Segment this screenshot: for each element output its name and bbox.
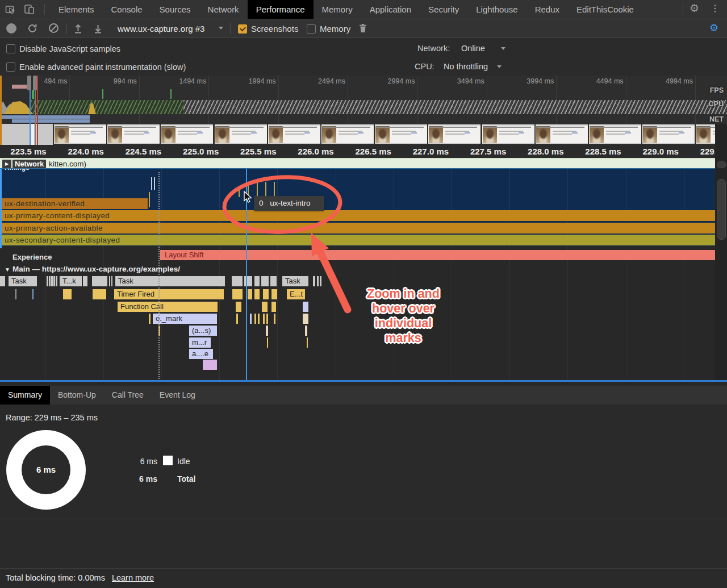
flame-bar[interactable]	[263, 314, 265, 324]
paint-instrumentation-checkbox[interactable]	[6, 62, 15, 72]
timing-mark[interactable]	[151, 177, 152, 190]
flame-bar[interactable]	[266, 314, 268, 324]
flame-bar[interactable]	[92, 276, 107, 286]
tab-sources[interactable]: Sources	[151, 0, 199, 19]
profile-dropdown-caret[interactable]	[219, 27, 223, 30]
flame-bar-task[interactable]: Task	[115, 276, 225, 286]
flame-bar--a-s-[interactable]: (a...s)	[189, 326, 217, 336]
flame-bar[interactable]	[307, 337, 308, 348]
network-throttle-caret[interactable]	[501, 47, 505, 50]
profile-title[interactable]: www.ux-capture.org #3	[118, 24, 204, 34]
screenshot-frame[interactable]	[642, 124, 695, 144]
flame-bar-m-r[interactable]: m...r	[189, 337, 211, 348]
cpu-throttle-caret[interactable]	[497, 65, 502, 68]
timing-mark[interactable]	[274, 182, 275, 196]
flame-bar[interactable]	[250, 314, 252, 324]
flame-bar[interactable]	[15, 289, 16, 299]
flame-bar-a-e[interactable]: a....e	[189, 349, 213, 359]
flame-bar[interactable]	[313, 276, 315, 286]
timing-mark[interactable]	[265, 182, 266, 196]
flame-bar[interactable]	[203, 360, 217, 370]
flame-bar[interactable]	[248, 289, 252, 299]
clear-button[interactable]	[49, 23, 59, 33]
vertical-scrollbar[interactable]	[717, 179, 726, 240]
flame-bar[interactable]	[263, 289, 269, 299]
device-toolbar-icon[interactable]	[24, 4, 35, 15]
tab-console[interactable]: Console	[103, 0, 151, 19]
tab-security[interactable]: Security	[420, 0, 467, 19]
flame-bar[interactable]	[63, 289, 72, 299]
tab-performance[interactable]: Performance	[248, 0, 314, 19]
flame-bar[interactable]	[270, 276, 277, 286]
flame-bar-task[interactable]: Task	[282, 276, 308, 286]
flame-bar[interactable]	[254, 276, 260, 286]
timings-track[interactable]: Timings ux-destination-verifiedux-primar…	[0, 169, 727, 246]
flame-bar[interactable]	[0, 276, 5, 286]
timeline-overview[interactable]: 494 ms994 ms1494 ms1994 ms2494 ms2994 ms…	[0, 76, 727, 124]
timing-bar[interactable]: ux-secondary-content-displayed	[0, 235, 715, 245]
screenshot-frame[interactable]	[268, 124, 320, 144]
timing-mark[interactable]	[149, 192, 150, 207]
reload-button[interactable]	[27, 23, 37, 34]
timing-mark[interactable]	[154, 177, 155, 190]
flame-bar[interactable]	[56, 276, 57, 286]
settings-gear-icon[interactable]: ⚙	[690, 2, 699, 15]
flame-bar[interactable]	[267, 337, 268, 348]
flame-bar[interactable]	[266, 326, 268, 336]
flame-bar[interactable]	[109, 276, 110, 286]
tab-memory[interactable]: Memory	[314, 0, 361, 19]
flame-bar-e-t[interactable]: E...t	[287, 289, 305, 299]
details-tab-event-log[interactable]: Event Log	[152, 386, 203, 404]
screenshot-frame[interactable]	[536, 124, 588, 144]
save-profile-icon[interactable]	[93, 23, 103, 34]
flame-bar[interactable]	[254, 289, 260, 299]
window-handle-right[interactable]	[33, 76, 37, 90]
details-tab-bottom-up[interactable]: Bottom-Up	[50, 386, 104, 404]
screenshot-frame[interactable]	[321, 124, 374, 144]
disable-js-checkbox[interactable]	[6, 44, 15, 53]
screenshot-frame[interactable]	[482, 124, 534, 144]
flame-bar[interactable]	[32, 289, 34, 299]
learn-more-link[interactable]: Learn more	[112, 573, 154, 582]
flame-bar[interactable]	[261, 276, 269, 286]
flame-bar[interactable]	[232, 276, 243, 286]
load-profile-icon[interactable]	[73, 23, 83, 34]
network-throttle-value[interactable]: Online	[461, 44, 485, 53]
screenshot-frame[interactable]	[215, 124, 267, 144]
tab-redux[interactable]: Redux	[527, 0, 568, 19]
flame-bar-o-mark[interactable]: o._mark	[153, 314, 217, 324]
flame-bar[interactable]	[236, 302, 241, 312]
flame-bar[interactable]	[303, 302, 308, 312]
screenshots-checkbox[interactable]	[238, 24, 247, 34]
network-track-row[interactable]: ▶ Network kitten.com)	[0, 158, 727, 169]
tab-lighthouse[interactable]: Lighthouse	[467, 0, 526, 19]
flame-bar-function-call[interactable]: Function Call	[118, 302, 218, 312]
more-options-icon[interactable]: ⋮	[711, 3, 720, 14]
flame-bar[interactable]	[149, 314, 151, 324]
panel-settings-gear-icon[interactable]: ⚙	[709, 22, 718, 34]
timing-mark[interactable]	[239, 186, 240, 197]
screenshot-frame[interactable]	[161, 124, 213, 144]
flame-bar[interactable]	[111, 276, 112, 286]
flame-bar[interactable]	[232, 289, 243, 299]
experience-track-label[interactable]: Experience	[12, 253, 52, 261]
flame-bar[interactable]	[83, 276, 87, 286]
tab-editthiscookie[interactable]: EditThisCookie	[568, 0, 642, 19]
flame-bar[interactable]	[320, 276, 321, 286]
timing-bar[interactable]: ux-primary-content-displayed	[0, 210, 715, 221]
timing-bar[interactable]: ux-destination-verified	[0, 198, 148, 209]
flame-bar-timer-fired[interactable]: Timer Fired	[114, 289, 224, 299]
cpu-throttle-value[interactable]: No throttling	[444, 62, 488, 71]
flame-bar[interactable]	[93, 289, 106, 299]
main-track-collapse-arrow[interactable]: ▼	[5, 266, 10, 273]
flame-bar[interactable]	[317, 276, 319, 286]
timing-bar[interactable]: ux-primary-action-available	[0, 223, 715, 233]
flame-bar[interactable]	[53, 276, 55, 286]
tab-network[interactable]: Network	[199, 0, 248, 19]
flame-bar[interactable]	[305, 326, 307, 336]
flame-bar[interactable]	[47, 276, 48, 286]
flame-bar[interactable]	[274, 314, 275, 324]
flame-bar[interactable]	[262, 302, 268, 312]
screenshot-frame[interactable]	[375, 124, 427, 144]
details-tab-summary[interactable]: Summary	[0, 386, 50, 404]
